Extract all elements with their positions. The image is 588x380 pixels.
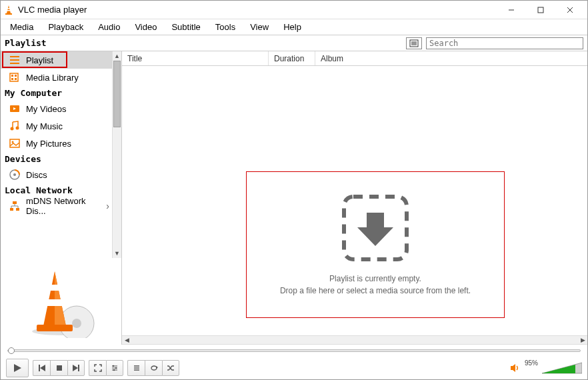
titlebar: VLC media player	[1, 1, 587, 19]
menu-view[interactable]: View	[243, 21, 275, 33]
seek-track[interactable]	[7, 349, 581, 352]
svg-point-26	[12, 141, 14, 143]
sidebar-item-playlist[interactable]: Playlist	[1, 51, 112, 69]
playlist-drop-area[interactable]: Playlist is currently empty. Drop a file…	[122, 66, 587, 335]
svg-point-38	[72, 319, 81, 328]
sidebar-section-local-network: Local Network	[1, 183, 112, 197]
sidebar-item-label: My Pictures	[26, 139, 71, 149]
stop-button[interactable]	[50, 360, 67, 376]
menu-help[interactable]: Help	[277, 21, 308, 33]
playlist-button[interactable]	[127, 360, 145, 376]
svg-rect-42	[49, 285, 61, 291]
speaker-icon[interactable]	[510, 363, 521, 373]
drop-target-icon	[340, 193, 411, 263]
column-duration[interactable]: Duration	[269, 51, 315, 65]
svg-rect-1	[5, 13, 12, 15]
column-album[interactable]: Album	[315, 51, 587, 65]
menu-video[interactable]: Video	[128, 21, 163, 33]
volume-slider[interactable]	[542, 361, 582, 375]
column-title[interactable]: Title	[122, 51, 269, 65]
sidebar-item-my-pictures[interactable]: My Pictures	[1, 135, 112, 152]
pictures-icon	[9, 137, 21, 149]
svg-rect-15	[10, 73, 18, 81]
menu-subtitle[interactable]: Subtitle	[165, 21, 207, 33]
extended-settings-button[interactable]	[106, 360, 123, 376]
sidebar-section-devices: Devices	[1, 152, 112, 166]
sidebar-item-label: My Videos	[26, 104, 66, 114]
scroll-down-icon[interactable]: ▼	[113, 249, 121, 258]
svg-point-55	[113, 365, 115, 367]
annotation-highlight-main: Playlist is currently empty. Drop a file…	[246, 171, 505, 318]
search-box[interactable]	[426, 37, 583, 49]
svg-marker-0	[7, 5, 11, 13]
sidebar-item-label: Playlist	[26, 55, 53, 65]
sidebar: Playlist Media Library My Computer My Vi…	[1, 51, 122, 345]
menu-media[interactable]: Media	[3, 21, 40, 33]
seek-bar[interactable]	[1, 345, 587, 357]
play-button[interactable]	[6, 359, 29, 377]
svg-marker-50	[73, 365, 78, 371]
sidebar-item-label: My Music	[26, 121, 63, 131]
previous-button[interactable]	[33, 360, 50, 376]
svg-rect-18	[11, 78, 13, 80]
sidebar-item-discs[interactable]: Discs	[1, 166, 112, 183]
playlist-header: Playlist	[1, 35, 587, 51]
svg-rect-31	[16, 208, 19, 211]
menu-bar: Media Playback Audio Video Subtitle Tool…	[1, 19, 587, 35]
menu-audio[interactable]: Audio	[91, 21, 127, 33]
video-icon	[9, 103, 21, 115]
seek-thumb[interactable]	[8, 347, 15, 354]
sidebar-item-media-library[interactable]: Media Library	[1, 69, 112, 86]
svg-point-23	[16, 127, 19, 130]
disc-icon	[9, 169, 21, 181]
album-art	[1, 258, 121, 345]
next-button[interactable]	[67, 360, 85, 376]
svg-rect-29	[13, 201, 17, 204]
main-panel: Title Duration Album Playlist is current…	[122, 51, 587, 345]
loop-button[interactable]	[145, 360, 162, 376]
scroll-right-icon[interactable]: ▶	[578, 337, 587, 343]
svg-marker-46	[14, 364, 21, 372]
sidebar-item-label: Media Library	[26, 73, 79, 83]
svg-rect-48	[39, 365, 40, 371]
vlc-cone-icon	[3, 5, 14, 15]
column-headers: Title Duration Album	[122, 51, 587, 66]
fullscreen-button[interactable]	[89, 360, 106, 376]
view-mode-button[interactable]	[406, 37, 422, 49]
sidebar-section-my-computer: My Computer	[1, 86, 112, 100]
playlist-header-label: Playlist	[1, 38, 406, 48]
svg-rect-17	[15, 75, 17, 77]
window-title: VLC media player	[18, 5, 497, 15]
close-button[interactable]	[555, 3, 585, 17]
volume-percent: 95%	[525, 359, 538, 367]
content: Playlist Media Library My Computer My Vi…	[1, 51, 587, 345]
media-library-icon	[9, 71, 21, 83]
main-horizontal-scrollbar[interactable]: ◀ ▶	[122, 335, 587, 345]
scroll-left-icon[interactable]: ◀	[122, 337, 131, 343]
svg-point-28	[13, 173, 16, 176]
svg-rect-51	[78, 365, 79, 371]
svg-rect-16	[11, 75, 13, 77]
svg-rect-2	[7, 8, 10, 9]
shuffle-button[interactable]	[162, 360, 179, 376]
svg-marker-40	[55, 271, 66, 326]
svg-rect-30	[10, 208, 13, 211]
svg-marker-45	[357, 213, 393, 246]
menu-playback[interactable]: Playback	[41, 21, 90, 33]
svg-rect-41	[37, 325, 73, 331]
chevron-right-icon: ›	[106, 201, 109, 211]
maximize-button[interactable]	[526, 3, 555, 17]
svg-rect-5	[538, 7, 543, 13]
sidebar-item-my-videos[interactable]: My Videos	[1, 100, 112, 117]
sidebar-item-my-music[interactable]: My Music	[1, 117, 112, 135]
search-input[interactable]	[427, 38, 583, 49]
scroll-up-icon[interactable]: ▲	[113, 51, 121, 61]
sidebar-item-mdns[interactable]: mDNS Network Dis... ›	[1, 197, 112, 215]
sidebar-scrollbar[interactable]: ▲ ▼	[112, 51, 121, 258]
svg-point-57	[113, 369, 115, 371]
minimize-button[interactable]	[497, 3, 526, 17]
scrollbar-thumb[interactable]	[113, 61, 121, 127]
volume-control[interactable]: 95%	[510, 361, 582, 375]
sidebar-item-label: mDNS Network Dis...	[26, 196, 101, 216]
menu-tools[interactable]: Tools	[209, 21, 242, 33]
